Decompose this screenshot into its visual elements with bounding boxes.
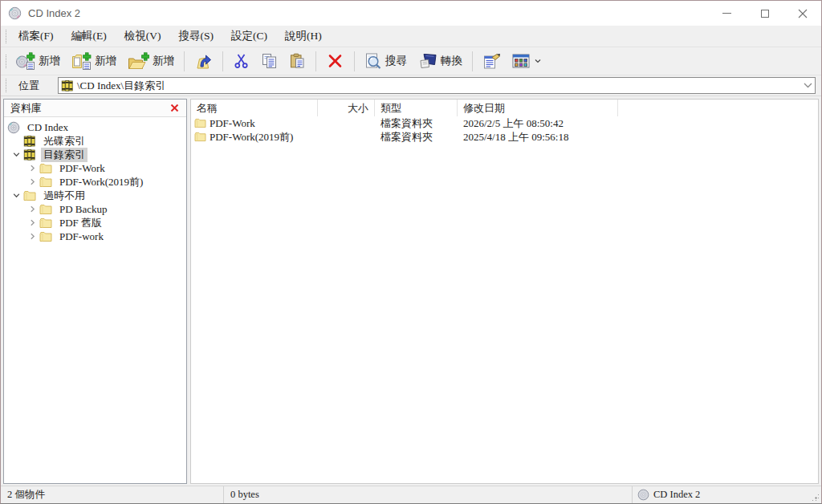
cut-scissors-icon [233, 53, 250, 69]
import-button[interactable] [189, 50, 218, 72]
folder-icon [39, 162, 53, 175]
status-app-section: CD Index 2 [632, 486, 808, 503]
app-cd-icon [8, 6, 22, 20]
location-dropdown-chevron-icon[interactable] [800, 83, 815, 88]
view-mode-caret-icon[interactable] [535, 59, 541, 63]
chevron-right-icon[interactable] [25, 178, 39, 185]
close-button[interactable] [783, 1, 821, 26]
tree-item-pdf-work-lower[interactable]: PDF-work [4, 230, 186, 243]
tree-item-pdf-old[interactable]: PDF 舊版 [4, 216, 186, 230]
column-header-size[interactable]: 大小 [318, 100, 375, 116]
view-mode-button[interactable] [507, 51, 546, 71]
cut-button[interactable] [228, 51, 254, 71]
file-name: PDF-Work(2019前) [210, 130, 293, 144]
search-label: 搜尋 [385, 54, 407, 68]
chevron-down-icon[interactable] [9, 192, 23, 199]
file-name-cell: PDF-Work(2019前) [191, 130, 318, 144]
toolbar-separator [354, 51, 355, 71]
resize-grip[interactable] [808, 490, 821, 503]
list-body: PDF-Work 檔案資料夾 2026/2/5 上午 08:50:42 PDF-… [191, 116, 818, 483]
chevron-right-icon[interactable] [25, 219, 39, 226]
new-disc-button[interactable]: 新增 [10, 50, 65, 72]
title-bar: CD Index 2 [1, 1, 821, 26]
convert-button[interactable]: 轉換 [413, 50, 467, 72]
new-disc-label: 新增 [39, 54, 60, 68]
addressbar-gripper[interactable] [6, 79, 6, 92]
file-name: PDF-Work [210, 117, 255, 130]
file-list-panel: 名稱 大小 類型 修改日期 PDF-Work 檔案資料夾 2026/2/5 上午… [190, 99, 819, 484]
tree-item-disc-index[interactable]: 光碟索引 [4, 134, 186, 148]
menu-help[interactable]: 說明(H) [276, 26, 331, 46]
menu-view[interactable]: 檢視(V) [116, 26, 170, 46]
status-size: 0 bytes [223, 486, 632, 503]
search-button[interactable]: 搜尋 [360, 50, 412, 72]
new-folder-icon [128, 52, 149, 70]
column-header-type[interactable]: 類型 [375, 100, 458, 116]
database-panel: 資料庫 CD Index 光碟索引 [3, 99, 187, 484]
tree-item-cd-index[interactable]: CD Index [4, 120, 186, 134]
app-window: CD Index 2 檔案(F) 編輯(E) 檢視(V) 搜尋(S) 設定(C)… [0, 0, 822, 504]
column-header-date[interactable]: 修改日期 [458, 100, 618, 116]
list-row-pdf-work-2019[interactable]: PDF-Work(2019前) 檔案資料夾 2025/4/18 上午 09:56… [191, 130, 818, 144]
tree-item-label: PDF-Work [57, 162, 108, 175]
minimize-icon [722, 13, 731, 14]
file-date-cell: 2026/2/5 上午 08:50:42 [458, 116, 618, 131]
new-folder-button[interactable]: 新增 [123, 50, 179, 72]
new-disc-icon [15, 52, 35, 70]
toolbar-gripper[interactable] [6, 55, 6, 68]
panel-close-x-icon [170, 104, 179, 112]
chevron-down-icon[interactable] [9, 151, 23, 158]
tree-item-label: PD Backup [57, 203, 110, 216]
database-panel-title: 資料庫 [10, 101, 169, 116]
cd-disc-icon [7, 121, 21, 134]
paste-button[interactable] [284, 51, 311, 71]
file-type-cell: 檔案資料夾 [375, 116, 458, 131]
chevron-right-icon[interactable] [25, 165, 39, 172]
file-type-cell: 檔案資料夾 [375, 130, 458, 144]
status-object-count: 2 個物件 [1, 486, 223, 503]
file-name-cell: PDF-Work [191, 117, 318, 130]
location-path[interactable]: \CD Index\目錄索引 [77, 79, 800, 93]
chevron-right-icon[interactable] [25, 233, 39, 240]
location-combobox[interactable]: \CD Index\目錄索引 [58, 77, 816, 94]
tree-item-label: 目錄索引 [41, 148, 87, 162]
list-row-pdf-work[interactable]: PDF-Work 檔案資料夾 2026/2/5 上午 08:50:42 [191, 116, 818, 130]
minimize-button[interactable] [708, 1, 746, 26]
tree-item-label: 過時不用 [41, 189, 87, 203]
caption-buttons [708, 1, 821, 26]
location-label: 位置 [10, 79, 58, 93]
main-area: 資料庫 CD Index 光碟索引 [1, 96, 821, 486]
copy-button[interactable] [256, 51, 283, 71]
menu-settings[interactable]: 設定(C) [222, 26, 276, 46]
chevron-right-icon[interactable] [25, 205, 39, 213]
tree-item-pdf-work-2019[interactable]: PDF-Work(2019前) [4, 175, 186, 189]
tree-item-pd-backup[interactable]: PD Backup [4, 202, 186, 216]
tree-item-pdf-work[interactable]: PDF-Work [4, 161, 186, 175]
menu-file[interactable]: 檔案(F) [10, 26, 63, 46]
delete-x-icon [326, 53, 344, 69]
menubar-gripper[interactable] [6, 30, 6, 43]
folder-icon [194, 118, 206, 128]
properties-button[interactable] [478, 51, 506, 72]
tree-item-label: PDF 舊版 [57, 216, 104, 230]
copy-icon [261, 53, 278, 69]
tree-item-directory-index[interactable]: 目錄索引 [4, 148, 186, 161]
file-date-cell: 2025/4/18 上午 09:56:18 [458, 130, 618, 144]
delete-button[interactable] [321, 51, 349, 71]
toolbar: 新增 新增 新增 [1, 47, 821, 75]
panel-close-button[interactable] [169, 102, 181, 114]
tree-item-obsolete[interactable]: 過時不用 [4, 189, 186, 202]
index-books-icon [61, 79, 74, 92]
search-magnifier-icon [364, 52, 382, 70]
menu-edit[interactable]: 編輯(E) [63, 26, 116, 46]
index-books-icon [23, 135, 37, 148]
toolbar-separator [472, 51, 473, 71]
column-header-name[interactable]: 名稱 [191, 100, 318, 116]
properties-icon [482, 53, 501, 70]
maximize-button[interactable] [746, 1, 783, 26]
database-tree: CD Index 光碟索引 目錄索引 [4, 117, 186, 483]
new-index-button[interactable]: 新增 [67, 50, 121, 72]
index-books-icon [23, 148, 37, 161]
menu-search[interactable]: 搜尋(S) [170, 26, 223, 46]
window-title: CD Index 2 [28, 7, 80, 19]
